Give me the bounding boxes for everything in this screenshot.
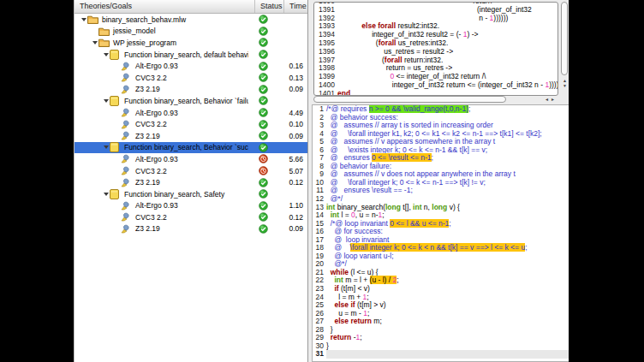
status-valid-icon [248,120,277,129]
status-valid-icon [248,189,277,199]
tree-row[interactable]: Z3 2.190.09 [75,130,307,142]
tree-row[interactable]: Z3 2.190.09 [75,84,307,96]
prover-icon [121,201,133,211]
tree-row[interactable]: Alt-Ergo 0.934.49 [75,107,307,119]
expander-icon[interactable] [102,193,110,196]
prover-icon [121,108,133,117]
code-line: 1401end [314,90,558,96]
tree-row-label: jessie_model [110,27,248,35]
task-horizontal-scrollbar[interactable]: ◄► [313,96,558,104]
expander-icon[interactable] [91,41,98,45]
line-number: 1401 [314,90,337,96]
status-valid-icon [248,224,277,234]
status-valid-icon [248,27,277,36]
column-header-theories-goals[interactable]: Theories/Goals [75,0,254,13]
why3-ide-window: Theories/Goals Status Time binary_search… [74,0,569,362]
tree-header: Theories/Goals Status Time [75,0,307,14]
status-valid-icon [248,131,277,140]
tree-row-label: Alt-Ergo 0.93 [133,109,248,117]
status-valid-icon [248,73,277,82]
tree-row-label: Function binary_search, Behavior `succes… [122,143,248,151]
tree-row[interactable]: Function binary_search, Behavior `failur… [75,95,307,107]
tree-row-label: Z3 2.19 [133,85,248,93]
prover-time: 0.09 [277,132,307,140]
column-header-time[interactable]: Time [283,0,307,13]
status-valid-icon [248,201,277,211]
tree-row[interactable]: jessie_model [75,26,307,38]
status-valid-icon [248,62,277,71]
tree-row[interactable]: Z3 2.190.12 [75,176,307,188]
tree-row[interactable]: WP jessie_program [75,37,307,49]
status-valid-icon [248,178,277,187]
scroll-right-icon[interactable]: ► [551,97,557,102]
prover-time: 0.13 [277,74,307,82]
prover-time: 0.10 [277,120,307,128]
document-icon [110,96,122,106]
tree-row[interactable]: Function binary_search, Safety [75,188,307,200]
folder-icon [98,38,110,47]
task-view[interactable]: 1390 return <1391 (integer_of_int321392 [313,2,558,96]
tree-row-label: Function binary_search, Behavior `failur… [122,97,248,105]
tree-row[interactable]: Alt-Ergo 0.931.10 [75,200,307,212]
prover-icon [121,178,133,187]
status-valid-icon [248,143,277,152]
vertical-scrollbar-thumb[interactable] [561,2,568,75]
tree-row-label: Alt-Ergo 0.93 [133,62,248,70]
tree-row[interactable]: binary_search_behav.mlw [75,14,307,26]
expander-icon[interactable] [102,99,110,103]
folder-icon [87,15,99,24]
code-line: 11 @ ensures \result == -1; [313,187,569,195]
horizontal-scrollbar-thumb[interactable] [313,96,506,103]
expander-icon[interactable] [80,18,87,21]
prover-time: 0.12 [277,213,307,222]
tree-row-label: WP jessie_program [110,39,248,47]
line-number: 31 [313,350,326,359]
prover-time: 0.09 [277,224,307,233]
status-valid-icon [248,212,277,222]
tree-row[interactable]: Function binary_search, Behavior `succes… [75,142,307,154]
column-header-status[interactable]: Status [254,0,283,13]
prover-time: 5.07 [277,167,307,175]
expander-icon[interactable] [102,145,110,149]
prover-time: 0.09 [277,85,307,93]
status-timeout-icon [248,154,277,163]
code-line: 29 return -1; [313,334,569,342]
status-timeout-icon [248,166,277,175]
prover-time: 0.16 [277,62,307,70]
document-icon [110,142,122,152]
code-line: 31 [313,350,569,359]
status-valid-icon [248,50,277,59]
expander-icon[interactable] [102,53,110,56]
status-valid-icon [248,38,277,47]
tree-row[interactable]: CVC3 2.25.07 [75,165,307,177]
tree-row[interactable]: Z3 2.190.09 [75,223,307,235]
tree-row[interactable]: Function binary_search, default behavior [75,49,307,61]
prover-time: 1.10 [277,201,307,210]
tree-row-label: Alt-Ergo 0.93 [133,201,248,210]
source-view[interactable]: 1/*@ requires n >= 0 && \valid_range(t,0… [312,104,569,362]
status-valid-icon [248,85,277,94]
tree-row[interactable]: CVC3 2.20.13 [75,72,307,84]
tree-row[interactable]: Alt-Ergo 0.930.16 [75,60,307,72]
document-icon [110,189,122,199]
tree-row-label: CVC3 2.2 [133,74,248,82]
task-vertical-scrollbar[interactable]: ▲ ▼ [561,2,569,98]
prover-time: 0.12 [277,178,307,187]
folder-icon [98,27,110,36]
prover-icon [121,166,133,175]
prover-icon [121,212,133,222]
code-line: 19 @ loop variant u-l; [313,252,569,261]
scroll-left-icon[interactable]: ◄ [545,97,551,102]
status-valid-icon [248,108,277,117]
tree-row[interactable]: CVC3 2.20.12 [75,211,307,223]
tree-row[interactable]: Alt-Ergo 0.935.66 [75,153,307,165]
tree-row-label: CVC3 2.2 [133,167,248,175]
prover-icon [121,73,133,82]
code-line: 30} [313,342,569,351]
prover-icon [121,154,133,163]
tree-row-label: binary_search_behav.mlw [99,15,248,24]
status-valid-icon [248,96,277,105]
tree-row[interactable]: CVC3 2.20.10 [75,118,307,130]
scroll-down-icon[interactable]: ▼ [561,83,569,88]
tree-row-label: CVC3 2.2 [133,213,248,222]
